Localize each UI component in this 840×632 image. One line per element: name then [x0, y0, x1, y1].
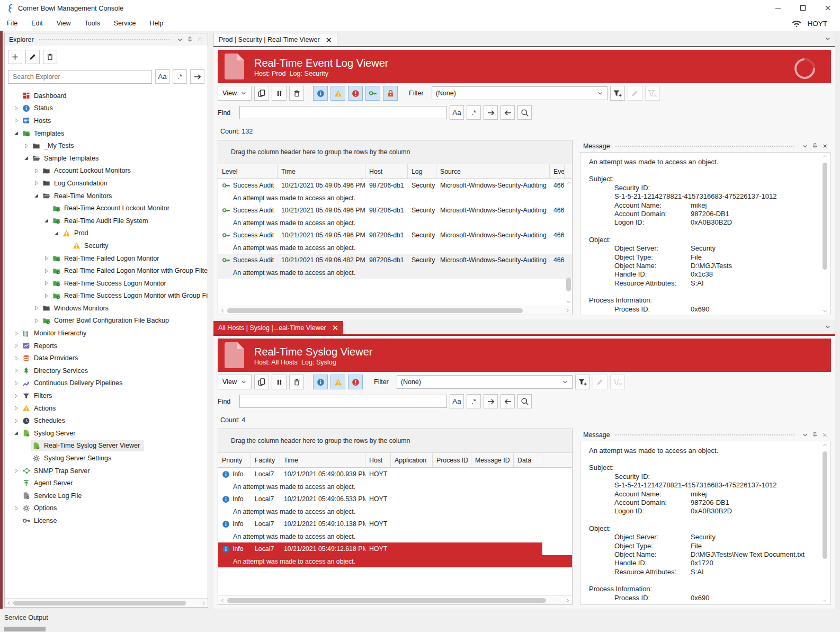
column-header-level[interactable]: Level: [218, 164, 278, 179]
scrollbar-thumb[interactable]: [13, 601, 186, 606]
edit-filter-button[interactable]: [628, 86, 642, 101]
column-header-process-id[interactable]: Process ID: [433, 453, 471, 467]
menu-service[interactable]: Service: [107, 17, 143, 29]
expand-icon[interactable]: [21, 143, 31, 149]
tree-item-real-time-failed-logon-monitor[interactable]: Real-Time Failed Logon Monitor: [5, 252, 208, 265]
pin-button[interactable]: [185, 34, 195, 44]
panel-grip[interactable]: [615, 434, 795, 436]
expand-icon[interactable]: [41, 268, 51, 274]
expand-icon[interactable]: [31, 167, 41, 174]
clear-button[interactable]: [289, 375, 304, 389]
pause-button[interactable]: [272, 375, 287, 389]
message-vertical-scrollbar[interactable]: [821, 153, 828, 315]
warning-toggle[interactable]: [330, 86, 345, 101]
expand-icon[interactable]: [11, 405, 21, 412]
column-header-data[interactable]: Data: [514, 453, 542, 467]
find-next-button[interactable]: [484, 394, 498, 408]
expand-icon[interactable]: [11, 505, 21, 512]
service-output-tab[interactable]: Service Output: [4, 614, 48, 621]
column-header-host[interactable]: Host: [365, 453, 391, 467]
view-button[interactable]: View: [218, 375, 252, 389]
column-header-log[interactable]: Log: [408, 164, 436, 179]
tree-item-syslog-server[interactable]: Syslog Server: [5, 427, 208, 440]
scrollbar-thumb[interactable]: [227, 308, 523, 313]
column-header-facility[interactable]: Facility: [251, 453, 280, 467]
panel-menu-button[interactable]: [800, 430, 810, 440]
search-button[interactable]: [517, 105, 532, 120]
tree-item-hosts[interactable]: Hosts: [5, 114, 208, 127]
grid-horizontal-scrollbar[interactable]: [218, 306, 572, 315]
tree-item-windows-monitors[interactable]: Windows Monitors: [5, 302, 208, 315]
expand-icon[interactable]: [31, 317, 41, 324]
tab-prod-security-real-time-viewer[interactable]: Prod | Security | Real-Time Viewer ✕: [213, 33, 337, 46]
collapse-icon[interactable]: [11, 430, 21, 437]
tree-item-real-time-audit-file-system[interactable]: Real-Time Audit File System: [5, 215, 208, 227]
pause-button[interactable]: [272, 86, 287, 101]
regex-button[interactable]: .*: [467, 105, 481, 120]
tree-item-real-time-success-logon-monitor-with-group-filters[interactable]: Real-Time Success Logon Monitor with Gro…: [5, 290, 208, 302]
clear-button[interactable]: [289, 86, 304, 101]
message-vertical-scrollbar[interactable]: [821, 441, 828, 604]
clear-filter-button[interactable]: [610, 375, 625, 389]
tree-item-filters[interactable]: Filters: [5, 389, 208, 402]
column-header-time[interactable]: Time: [280, 453, 365, 467]
scroll-down-icon[interactable]: [822, 308, 828, 314]
tree-item-real-time-failed-logon-monitor-with-group-filters[interactable]: Real-Time Failed Logon Monitor with Grou…: [5, 264, 208, 277]
tree-item-directory-services[interactable]: Directory Services: [5, 364, 208, 377]
expand-icon[interactable]: [41, 255, 51, 262]
view-button[interactable]: View: [218, 86, 252, 101]
collapse-icon[interactable]: [51, 230, 61, 237]
menu-view[interactable]: View: [50, 17, 78, 29]
grid-row[interactable]: Success Audit10/21/2021 05:49:05.496 PM9…: [218, 204, 572, 229]
chevron-down-icon[interactable]: [825, 35, 831, 42]
copy-button[interactable]: [254, 86, 269, 101]
error-toggle[interactable]: [348, 375, 363, 389]
menu-file[interactable]: File: [0, 17, 24, 29]
add-filter-button[interactable]: [610, 86, 625, 101]
group-by-panel[interactable]: Drag the column header here to group the…: [218, 140, 572, 164]
expand-icon[interactable]: [41, 280, 51, 287]
tree-item-real-time-syslog-server-viewer[interactable]: Real-Time Syslog Server Viewer: [5, 440, 208, 452]
tree-item-templates[interactable]: Templates: [5, 127, 208, 140]
failure-audit-toggle[interactable]: [383, 86, 398, 101]
match-case-button[interactable]: Aa: [450, 105, 464, 120]
copy-button[interactable]: [254, 375, 269, 389]
filter-select[interactable]: (None): [432, 86, 607, 100]
scroll-down-icon[interactable]: [822, 598, 828, 603]
grid-row[interactable]: InfoLocal710/21/2021 05:49:06.533 PMHOYT…: [218, 493, 572, 518]
tab-close-icon[interactable]: ✕: [326, 36, 333, 44]
grid-vertical-scrollbar[interactable]: [565, 179, 572, 306]
expand-icon[interactable]: [11, 367, 21, 374]
expand-icon[interactable]: [11, 117, 21, 124]
close-button[interactable]: [815, 0, 840, 16]
panel-grip[interactable]: [615, 145, 795, 147]
tree-item-prod[interactable]: Prod: [5, 227, 208, 240]
error-toggle[interactable]: [348, 86, 363, 101]
explorer-horizontal-scrollbar[interactable]: [5, 598, 208, 607]
expand-icon[interactable]: [41, 292, 51, 299]
close-panel-button[interactable]: [820, 141, 830, 151]
tree-item-actions[interactable]: Actions: [5, 402, 208, 415]
grid-row[interactable]: Success Audit10/21/2021 05:49:05.496 PM9…: [218, 179, 572, 204]
scroll-left-icon[interactable]: [6, 600, 12, 606]
scrollbar-thumb[interactable]: [823, 451, 827, 559]
tab-all-hosts-syslog-real-time-viewer[interactable]: All Hosts | Syslog |...eal-Time Viewer ✕: [213, 321, 343, 334]
tree-item-sample-templates[interactable]: Sample Templates: [5, 152, 208, 165]
pin-button[interactable]: [810, 430, 820, 440]
tree-item-dashboard[interactable]: Dashboard: [5, 90, 208, 102]
find-input[interactable]: [239, 106, 447, 119]
tree-item-service-log-file[interactable]: Service Log File: [5, 489, 208, 502]
expand-icon[interactable]: [11, 417, 21, 424]
scroll-up-icon[interactable]: [566, 180, 571, 186]
menu-help[interactable]: Help: [142, 17, 170, 29]
tree-item-log-consolidation[interactable]: Log Consolidation: [5, 177, 208, 190]
match-case-button[interactable]: Aa: [450, 394, 464, 408]
menu-tools[interactable]: Tools: [78, 17, 107, 29]
column-header-time[interactable]: Time: [278, 164, 365, 179]
tree-item-agent-server[interactable]: Agent Server: [5, 477, 208, 489]
pin-button[interactable]: [810, 141, 820, 151]
find-input[interactable]: [239, 395, 447, 408]
success-audit-toggle[interactable]: [365, 86, 380, 101]
grid-row[interactable]: InfoLocal710/21/2021 05:49:12.618 PMHOYT…: [218, 542, 572, 567]
delete-button[interactable]: [43, 50, 57, 64]
